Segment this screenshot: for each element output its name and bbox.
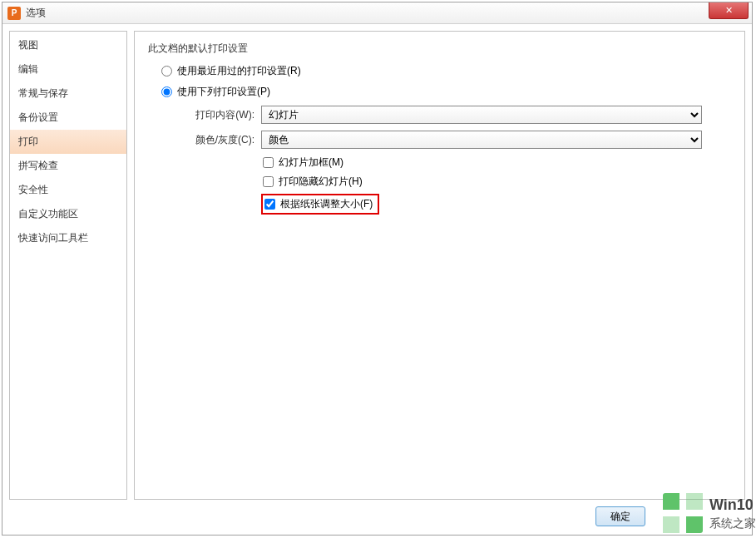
- sidebar-item-edit[interactable]: 编辑: [10, 57, 126, 81]
- sidebar-item-general-save[interactable]: 常规与保存: [10, 81, 126, 106]
- form-row-color: 颜色/灰度(C): 颜色: [161, 131, 731, 149]
- checkbox-row-frame: 幻灯片加框(M): [161, 155, 731, 170]
- options-dialog: P 选项 ✕ 视图 编辑 常规与保存 备份设置 打印 拼写检查 安全性 自定义功…: [2, 2, 753, 536]
- radio-row-recent: 使用最近用过的打印设置(R): [161, 64, 731, 78]
- sidebar-item-print[interactable]: 打印: [10, 130, 126, 154]
- print-content-label: 打印内容(W):: [180, 108, 254, 122]
- checkbox-scale-label: 根据纸张调整大小(F): [280, 197, 373, 211]
- sidebar-item-view[interactable]: 视图: [10, 33, 126, 57]
- color-label: 颜色/灰度(C):: [180, 133, 254, 147]
- checkbox-hidden[interactable]: [263, 176, 274, 187]
- checkbox-row-scale-highlighted: 根据纸张调整大小(F): [261, 194, 379, 215]
- sidebar-item-custom-ribbon[interactable]: 自定义功能区: [10, 202, 126, 226]
- checkbox-frame[interactable]: [263, 157, 274, 168]
- app-icon: P: [7, 7, 21, 20]
- close-button[interactable]: ✕: [709, 2, 749, 19]
- sidebar-item-security[interactable]: 安全性: [10, 178, 126, 202]
- groupbox-title: 此文档的默认打印设置: [148, 42, 731, 56]
- form-row-print-content: 打印内容(W): 幻灯片: [161, 106, 731, 124]
- titlebar: P 选项 ✕: [2, 2, 752, 24]
- print-content-select[interactable]: 幻灯片: [261, 106, 702, 124]
- checkbox-row-hidden: 打印隐藏幻灯片(H): [161, 175, 731, 189]
- sidebar-item-spellcheck[interactable]: 拼写检查: [10, 154, 126, 178]
- sidebar-item-quick-access[interactable]: 快速访问工具栏: [10, 226, 126, 250]
- radio-following[interactable]: [161, 86, 172, 97]
- radio-recent[interactable]: [161, 66, 172, 77]
- ok-button[interactable]: 确定: [595, 506, 645, 526]
- checkbox-scale[interactable]: [264, 199, 275, 210]
- groupbox-body: 使用最近用过的打印设置(R) 使用下列打印设置(P) 打印内容(W): 幻灯片 …: [148, 64, 731, 220]
- radio-recent-label: 使用最近用过的打印设置(R): [177, 64, 301, 78]
- dialog-title: 选项: [26, 6, 46, 20]
- sidebar: 视图 编辑 常规与保存 备份设置 打印 拼写检查 安全性 自定义功能区 快速访问…: [9, 31, 127, 500]
- color-select[interactable]: 颜色: [261, 131, 702, 149]
- radio-following-label: 使用下列打印设置(P): [177, 85, 270, 99]
- content-panel: 此文档的默认打印设置 使用最近用过的打印设置(R) 使用下列打印设置(P) 打印…: [134, 31, 745, 500]
- radio-row-following: 使用下列打印设置(P): [161, 85, 731, 99]
- checkbox-hidden-label: 打印隐藏幻灯片(H): [279, 175, 363, 189]
- sidebar-item-backup[interactable]: 备份设置: [10, 106, 126, 130]
- checkbox-frame-label: 幻灯片加框(M): [279, 155, 343, 170]
- dialog-footer: 确定: [595, 506, 645, 526]
- dialog-body: 视图 编辑 常规与保存 备份设置 打印 拼写检查 安全性 自定义功能区 快速访问…: [2, 24, 752, 506]
